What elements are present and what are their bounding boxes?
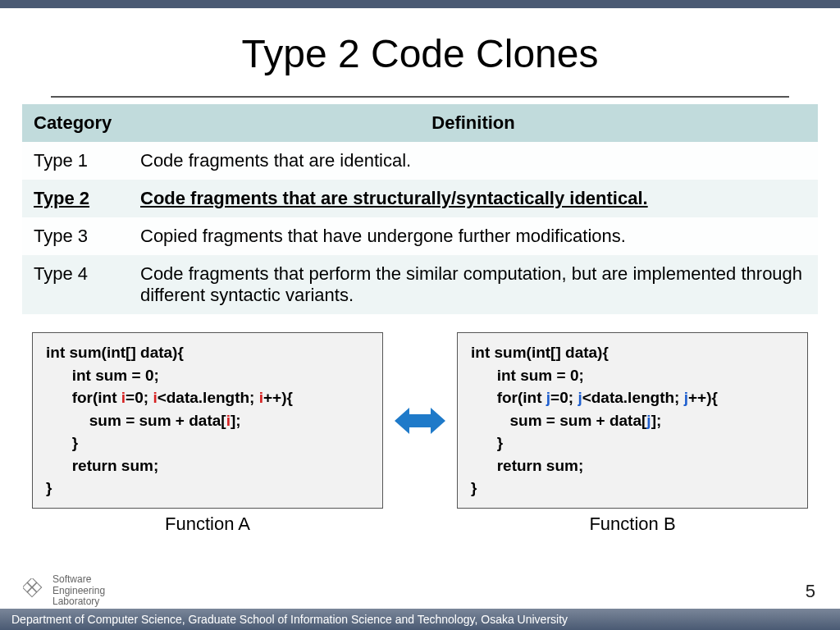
- header-category: Category: [22, 104, 129, 142]
- type-label: Type 4: [22, 255, 129, 314]
- svg-rect-4: [27, 588, 36, 597]
- code-comparison: int sum(int[] data){ int sum = 0; for(in…: [0, 332, 840, 535]
- function-b-column: int sum(int[] data){ int sum = 0; for(in…: [457, 332, 808, 535]
- type-label: Type 1: [22, 142, 129, 180]
- table-row: Type 4 Code fragments that perform the s…: [22, 255, 818, 314]
- footer: Department of Computer Science, Graduate…: [0, 609, 840, 630]
- svg-rect-3: [32, 583, 41, 592]
- svg-marker-0: [395, 408, 445, 434]
- lab-name: Software Engineering Laboratory: [52, 574, 105, 607]
- title-underline: [51, 96, 789, 98]
- table-row: Type 2 Code fragments that are structura…: [22, 180, 818, 217]
- function-a-label: Function A: [165, 514, 250, 535]
- type-label: Type 2: [22, 180, 129, 217]
- type-definition: Code fragments that are identical.: [129, 142, 818, 180]
- definitions-table: Category Definition Type 1 Code fragment…: [22, 104, 818, 314]
- table-row: Type 1 Code fragments that are identical…: [22, 142, 818, 180]
- type-definition: Copied fragments that have undergone fur…: [129, 217, 818, 255]
- lab-diamond-icon: [23, 578, 48, 603]
- code-box-b: int sum(int[] data){ int sum = 0; for(in…: [457, 332, 808, 509]
- type-definition: Code fragments that perform the similar …: [129, 255, 818, 314]
- double-arrow-icon: [393, 404, 447, 462]
- svg-rect-2: [23, 583, 32, 592]
- header-definition: Definition: [129, 104, 818, 142]
- slide-title: Type 2 Code Clones: [0, 31, 840, 76]
- footer-dept: Department of Computer Science, Graduate…: [0, 609, 840, 630]
- type-label: Type 3: [22, 217, 129, 255]
- top-accent-bar: [0, 0, 840, 8]
- table-row: Type 3 Copied fragments that have underg…: [22, 217, 818, 255]
- code-box-a: int sum(int[] data){ int sum = 0; for(in…: [32, 332, 383, 509]
- lab-logo: Software Engineering Laboratory: [23, 574, 105, 607]
- function-b-label: Function B: [589, 514, 675, 535]
- svg-rect-1: [27, 578, 36, 587]
- function-a-column: int sum(int[] data){ int sum = 0; for(in…: [32, 332, 383, 535]
- slide-number: 5: [806, 581, 815, 602]
- type-definition: Code fragments that are structurally/syn…: [129, 180, 818, 217]
